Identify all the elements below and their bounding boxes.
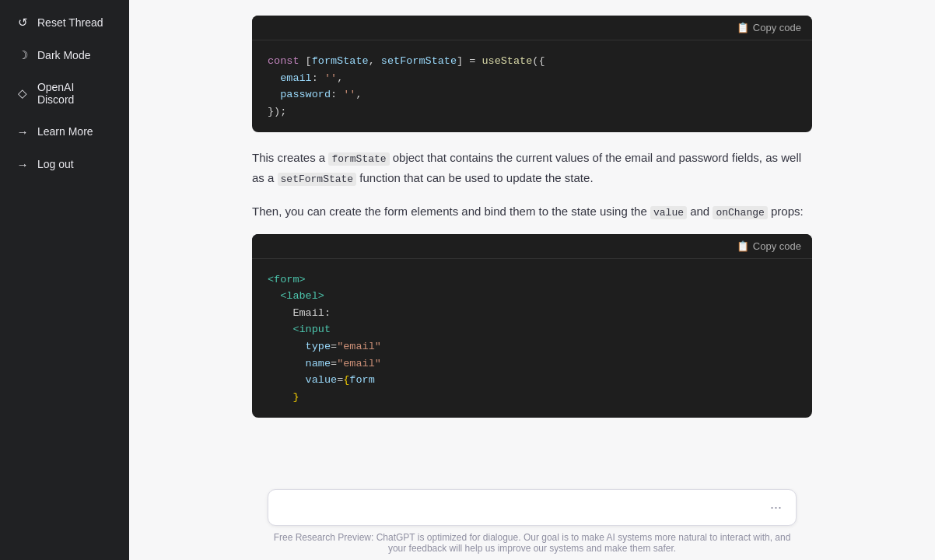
copy-code-button-1[interactable]: 📋 Copy code (737, 22, 801, 33)
discord-icon: ◇ (16, 86, 30, 100)
ellipsis-icon: ··· (770, 499, 782, 515)
main-content: 📋 Copy code const [formState, setFormSta… (129, 0, 935, 560)
sidebar-item-dark-mode[interactable]: ☽ Dark Mode (5, 40, 124, 70)
sidebar-item-log-out[interactable]: → Log out (5, 149, 124, 179)
sidebar-item-label: OpenAI Discord (37, 81, 114, 106)
copy-icon: 📋 (737, 22, 749, 33)
content-area[interactable]: 📋 Copy code const [formState, setFormSta… (129, 0, 935, 480)
arrow-icon: → (16, 124, 30, 138)
code-block-1: 📋 Copy code const [formState, setFormSta… (252, 16, 812, 132)
code-block-2-header: 📋 Copy code (252, 234, 812, 259)
chat-input[interactable] (279, 499, 767, 517)
footer-text: Free Research Preview: ChatGPT is optimi… (268, 532, 797, 554)
code-block-1-header: 📋 Copy code (252, 16, 812, 40)
prose-paragraph-1: This creates a formState object that con… (252, 148, 812, 188)
input-menu-button[interactable]: ··· (767, 498, 785, 517)
prose-paragraph-2: Then, you can create the form elements a… (252, 201, 812, 222)
code-block-2-content: <form> <label> Email: <input type="email… (252, 259, 812, 418)
copy-code-button-2[interactable]: 📋 Copy code (737, 240, 801, 252)
sidebar-item-label: Learn More (37, 125, 93, 138)
logout-icon: → (16, 157, 30, 171)
moon-icon: ☽ (16, 48, 30, 62)
code-block-2: 📋 Copy code <form> <label> Email: <input… (252, 234, 812, 418)
copy-icon-2: 📋 (737, 240, 749, 252)
sidebar-item-label: Dark Mode (37, 49, 90, 61)
message-container: 📋 Copy code const [formState, setFormSta… (252, 16, 812, 433)
input-bar-wrapper: ··· Free Research Preview: ChatGPT is op… (129, 480, 935, 560)
sidebar-item-reset-thread[interactable]: ↺ Reset Thread (5, 8, 124, 37)
sidebar-item-label: Log out (37, 158, 74, 170)
sidebar-item-discord[interactable]: ◇ OpenAI Discord (5, 73, 124, 114)
input-bar: ··· (268, 489, 797, 526)
sidebar-item-label: Reset Thread (37, 16, 103, 29)
reset-icon: ↺ (16, 16, 30, 30)
sidebar: ↺ Reset Thread ☽ Dark Mode ◇ OpenAI Disc… (0, 0, 129, 560)
code-block-1-content: const [formState, setFormState] = useSta… (252, 40, 812, 132)
sidebar-item-learn-more[interactable]: → Learn More (5, 117, 124, 146)
